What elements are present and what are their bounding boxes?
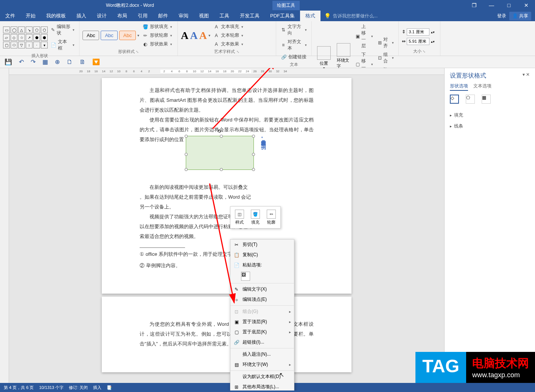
textbox-button[interactable]: 📄文本框 bbox=[49, 38, 76, 52]
tab-home[interactable]: 开始 bbox=[20, 11, 41, 21]
wordart-style-3[interactable]: A bbox=[199, 30, 207, 42]
effects-icon[interactable]: ⬠ bbox=[466, 95, 475, 104]
text-effect-button[interactable]: A文本效果 bbox=[212, 40, 245, 48]
rotate-handle-icon[interactable]: ↻ bbox=[218, 129, 222, 133]
track-changes[interactable]: 修订: 关闭 bbox=[69, 385, 88, 390]
menu-bring-front[interactable]: ▣置于顶层(R)▸ bbox=[230, 317, 294, 327]
menu-hyperlink[interactable]: 🔗超链接(I)... bbox=[230, 337, 294, 347]
tab-review[interactable]: 审阅 bbox=[173, 11, 194, 21]
tab-mail[interactable]: 邮件 bbox=[153, 11, 173, 21]
horizontal-ruler[interactable]: 2018161412108642246810121416182022242628… bbox=[9, 68, 444, 75]
dialog-launcher-icon[interactable]: ⤡ bbox=[236, 50, 240, 54]
login-link[interactable]: 登录 bbox=[497, 13, 506, 19]
shape-gallery[interactable]: ▭◯△↘⬠⬡ ▱◇☆↗⬟⬢ ▢⬭▽↕⬞▾ bbox=[3, 26, 48, 48]
more-wordart-icon[interactable]: ▾ bbox=[208, 33, 210, 37]
dialog-launcher-icon[interactable]: ⤡ bbox=[136, 50, 139, 54]
align-button[interactable]: ⊞对齐 bbox=[376, 36, 395, 50]
resize-handle[interactable] bbox=[252, 153, 255, 156]
resize-handle[interactable] bbox=[185, 135, 188, 138]
tab-dev[interactable]: 开发工具 bbox=[235, 11, 265, 21]
wordart-style-2[interactable]: A bbox=[190, 30, 198, 42]
paragraph[interactable]: 以在想要添加的视频的嵌入代码中进行粘贴。您也可 bbox=[140, 222, 314, 232]
section-line[interactable]: 线条 bbox=[450, 121, 530, 132]
menu-edit-points[interactable]: ⟐编辑顶点(E) bbox=[230, 294, 294, 305]
text-fill-button[interactable]: A文本填充 bbox=[212, 23, 245, 31]
menu-wrap-text[interactable]: ▤环绕文字(W)▸ bbox=[230, 359, 294, 370]
group-button[interactable]: ⊡组合 bbox=[376, 51, 395, 65]
redo-icon[interactable]: ↷ bbox=[31, 58, 36, 65]
tab-references[interactable]: 引用 bbox=[132, 11, 153, 21]
create-link-button[interactable]: 🔗创建链接 bbox=[279, 53, 308, 61]
menu-send-back[interactable]: ▢置于底层(K)▸ bbox=[230, 327, 294, 337]
maximize-icon[interactable]: □ bbox=[500, 0, 518, 11]
qat-icon[interactable]: ⊕ bbox=[55, 58, 60, 65]
position-button[interactable]: 位置▾ bbox=[315, 45, 333, 71]
paragraph[interactable]: 主题和样式也有助于文档保持协调。当您单击设计并选择新的主题时，图片、图表或 Sm… bbox=[140, 86, 314, 115]
shape-text[interactable]: 这是文本内容。例 bbox=[260, 136, 267, 141]
paragraph[interactable]: 视频提供了功能强大的方法帮助您证明您的观点 bbox=[140, 212, 314, 222]
menu-more-layout[interactable]: ⊞其他布局选项(L)... bbox=[230, 382, 294, 390]
resize-handle[interactable] bbox=[252, 135, 255, 138]
dialog-launcher-icon[interactable]: ⤡ bbox=[423, 50, 426, 53]
panel-tab-text[interactable]: 文本选项 bbox=[473, 83, 491, 91]
tab-view[interactable]: 视图 bbox=[194, 11, 214, 21]
qat-icon[interactable]: ▦ bbox=[42, 58, 48, 65]
shape-style-2[interactable]: Abc bbox=[101, 31, 117, 40]
tab-file[interactable]: 文件 bbox=[0, 11, 20, 21]
qat-icon[interactable]: 🗋 bbox=[67, 59, 73, 65]
share-button[interactable]: 👤 共享 bbox=[509, 12, 531, 20]
page-count[interactable]: 第 4 页，共 6 页 bbox=[4, 385, 34, 390]
mini-style-button[interactable]: ◫样式 bbox=[233, 209, 246, 226]
tab-design[interactable]: 设计 bbox=[92, 11, 112, 21]
resize-handle[interactable] bbox=[252, 168, 255, 171]
paragraph[interactable]: 在新的阅读视图中阅读更加容易。可以折叠文 bbox=[140, 182, 314, 192]
tab-insert[interactable]: 插入 bbox=[71, 11, 92, 21]
insert-mode[interactable]: 插入 bbox=[93, 385, 101, 390]
shape-effect-button[interactable]: ◐形状效果 bbox=[141, 40, 174, 48]
undo-icon[interactable]: ↶ bbox=[19, 58, 24, 65]
wordart-style-1[interactable]: A bbox=[181, 30, 188, 42]
section-fill[interactable]: 填充 bbox=[450, 110, 530, 121]
mini-outline-button[interactable]: ✏轮廓 bbox=[264, 209, 278, 226]
text-outline-button[interactable]: A文本轮廓 bbox=[212, 31, 245, 39]
resize-handle[interactable] bbox=[185, 168, 188, 171]
tab-template[interactable]: 我的模板 bbox=[41, 11, 71, 21]
ribbon-options-icon[interactable]: ❐ bbox=[465, 0, 483, 11]
menu-edit-text[interactable]: ✎编辑文字(X) bbox=[230, 284, 294, 294]
shape-outline-button[interactable]: ✏形状轮廓 bbox=[141, 31, 174, 39]
minimize-icon[interactable]: — bbox=[483, 0, 500, 11]
tab-tools[interactable]: 工具 bbox=[214, 11, 235, 21]
shape-style-1[interactable]: Abc bbox=[82, 31, 99, 40]
menu-cut[interactable]: ✂剪切(T) bbox=[230, 240, 294, 250]
close-panel-icon[interactable]: ▾ ✕ bbox=[523, 72, 530, 80]
panel-tab-shape[interactable]: 形状选项 bbox=[450, 83, 468, 91]
align-text-button[interactable]: ≡对齐文本 bbox=[279, 38, 308, 52]
save-icon[interactable]: 💾 bbox=[5, 58, 12, 65]
tab-layout[interactable]: 布局 bbox=[112, 11, 132, 21]
resize-handle[interactable] bbox=[185, 153, 188, 156]
qat-icon[interactable]: 🔽 bbox=[92, 58, 100, 65]
menu-caption[interactable]: 插入题注(N)... bbox=[230, 349, 294, 359]
fill-line-icon[interactable]: ◇ bbox=[450, 95, 459, 104]
width-input[interactable]: ⇔ 5.91 厘米 ▴▾ bbox=[402, 38, 435, 45]
qat-icon[interactable]: 🗎 bbox=[79, 59, 86, 65]
menu-set-default[interactable]: 设为默认文本框(D) bbox=[230, 372, 294, 382]
shape-style-3[interactable]: Abc bbox=[119, 31, 136, 40]
paragraph[interactable]: 。如果在达到结尾处之前需要停止读取，Word 会记 bbox=[140, 192, 314, 202]
shape-fill-button[interactable]: 🪣形状填充 bbox=[141, 23, 174, 31]
tab-pdf[interactable]: PDF工具集 bbox=[265, 11, 300, 21]
height-input[interactable]: ⇕ 3.1 厘米 ▴▾ bbox=[402, 28, 435, 36]
tell-me-search[interactable]: 💡告诉我您想要做什么... bbox=[324, 13, 378, 19]
layout-props-icon[interactable]: ▦ bbox=[482, 95, 491, 104]
paste-option[interactable]: 🖼 bbox=[230, 270, 294, 282]
bring-forward-button[interactable]: ▣上移一层 bbox=[354, 23, 375, 50]
selected-shape[interactable]: ↻ 这是文本内容。例 bbox=[186, 136, 254, 170]
paragraph[interactable]: 另一个设备上。 bbox=[140, 202, 314, 212]
close-icon[interactable]: ✕ bbox=[518, 0, 535, 11]
status-icon[interactable]: 📑 bbox=[107, 385, 112, 390]
canvas[interactable]: 2018161412108642246810121416182022242628… bbox=[9, 68, 444, 390]
more-styles-icon[interactable]: ▾ bbox=[137, 33, 139, 37]
mini-fill-button[interactable]: 🪣填充 bbox=[249, 209, 262, 226]
resize-handle[interactable] bbox=[220, 135, 223, 138]
word-count[interactable]: 10/1313 个字 bbox=[39, 385, 64, 390]
